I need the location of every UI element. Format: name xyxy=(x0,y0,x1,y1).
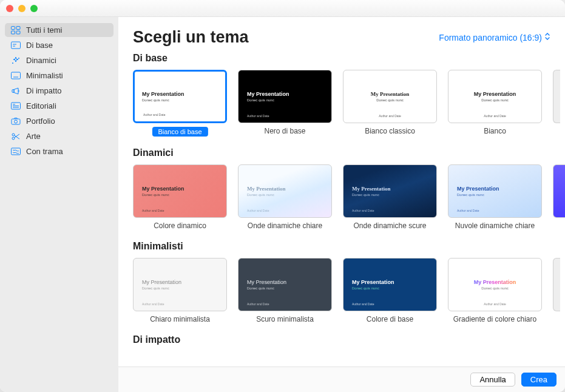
theme-card[interactable]: My Presentation Donec quis nunc Author a… xyxy=(448,70,542,137)
sidebar-item-textured[interactable]: Con trama xyxy=(5,144,113,158)
sidebar-item-bold[interactable]: Di impatto xyxy=(5,84,113,98)
theme-thumb: My Presentation Donec quis nunc Author a… xyxy=(448,258,542,311)
sidebar-item-label: Portfolio xyxy=(26,117,55,126)
minimize-icon[interactable] xyxy=(18,5,25,12)
texture-icon xyxy=(11,147,21,156)
theme-thumb: My Presentation Donec quis nunc Author a… xyxy=(343,70,437,123)
sidebar-item-all-themes[interactable]: Tutti i temi xyxy=(5,23,113,37)
theme-label: Nuvole dinamiche chiare xyxy=(448,221,542,230)
svg-rect-4 xyxy=(12,42,21,49)
theme-card[interactable]: My Presentation Donec quis nunc Author a… xyxy=(238,164,332,230)
theme-row: My Presentation Donec quis nunc Author a… xyxy=(133,258,565,323)
theme-label: Scuro minimalista xyxy=(238,315,332,323)
sidebar-item-label: Con trama xyxy=(26,147,63,156)
svg-rect-3 xyxy=(16,31,20,34)
sidebar-item-dynamic[interactable]: Dinamici xyxy=(5,53,113,67)
theme-thumb: My Presentation Donec quis nunc Author a… xyxy=(238,164,332,218)
sidebar-item-label: Dinamici xyxy=(26,56,56,65)
theme-thumb: My Presentation Donec quis nunc Author a… xyxy=(133,164,227,218)
svg-point-8 xyxy=(12,63,13,64)
main-area: Scegli un tema Formato panoramico (16:9)… xyxy=(118,17,565,392)
footer: Annulla Crea xyxy=(118,367,565,392)
svg-rect-2 xyxy=(12,31,15,34)
theme-card[interactable]: My Presentation Donec quis nunc Author a… xyxy=(448,258,542,323)
page-title: Scegli un tema xyxy=(133,28,249,47)
sidebar-item-art[interactable]: Arte xyxy=(5,129,113,143)
theme-thumb: My Presentation Donec quis nunc Author a… xyxy=(133,70,227,123)
theme-thumb: My Presentation Donec quis nunc Author a… xyxy=(448,164,542,218)
theme-card[interactable]: My Presentation Donec quis nunc Author a… xyxy=(343,258,437,323)
theme-label: Onde dinamiche scure xyxy=(343,221,437,230)
theme-label: Bianco di base xyxy=(152,127,208,137)
theme-card[interactable]: My Presentation Donec quis nunc Author a… xyxy=(133,70,227,137)
sidebar-item-editorial[interactable]: Editoriali xyxy=(5,99,113,113)
theme-label: Colore dinamico xyxy=(133,221,227,230)
theme-card[interactable]: My Presentation Donec quis nunc Author a… xyxy=(343,70,437,137)
theme-thumb: My Presentation Donec quis nunc Author a… xyxy=(343,164,437,218)
theme-chooser-window: Tutti i temi Di base Dinamici Minimalist… xyxy=(0,0,565,392)
sidebar-item-label: Editoriali xyxy=(26,101,56,110)
sidebar-item-basic[interactable]: Di base xyxy=(5,38,113,52)
slide-icon xyxy=(11,41,21,50)
theme-thumb: My Presentation Donec quis nunc Author a… xyxy=(238,258,332,311)
theme-label: Gradiente di colore chiaro xyxy=(448,315,542,323)
scissors-icon xyxy=(11,132,21,141)
minimal-icon xyxy=(11,72,21,80)
theme-peek[interactable] xyxy=(553,258,560,311)
main-header: Scegli un tema Formato panoramico (16:9) xyxy=(118,17,565,53)
theme-card[interactable]: My Presentation Donec quis nunc Author a… xyxy=(133,164,227,230)
theme-label: Bianco classico xyxy=(343,127,437,135)
window-controls xyxy=(6,5,38,12)
section-title: Di impatto xyxy=(133,334,565,345)
svg-rect-0 xyxy=(12,26,15,29)
svg-rect-1 xyxy=(16,26,20,29)
theme-card[interactable]: My Presentation Donec quis nunc Author a… xyxy=(238,258,332,323)
theme-thumb: My Presentation Donec quis nunc Author a… xyxy=(343,258,437,311)
section-title: Minimalisti xyxy=(133,241,565,252)
theme-row: My Presentation Donec quis nunc Author a… xyxy=(133,70,565,137)
section-bold: Di impatto xyxy=(133,334,565,345)
svg-point-16 xyxy=(15,120,18,123)
theme-card[interactable]: My Presentation Donec quis nunc Author a… xyxy=(448,164,542,230)
theme-card[interactable]: My Presentation Donec quis nunc Author a… xyxy=(238,70,332,137)
theme-thumb: My Presentation Donec quis nunc Author a… xyxy=(448,70,542,123)
theme-peek[interactable] xyxy=(553,164,560,230)
sidebar: Tutti i temi Di base Dinamici Minimalist… xyxy=(0,17,118,392)
document-icon xyxy=(11,102,21,110)
svg-point-7 xyxy=(18,58,19,59)
svg-rect-9 xyxy=(12,72,21,79)
cancel-button[interactable]: Annulla xyxy=(470,373,515,387)
section-minimal: Minimalisti My Presentation Donec quis n… xyxy=(133,241,565,323)
sidebar-item-portfolio[interactable]: Portfolio xyxy=(5,114,113,128)
theme-peek[interactable] xyxy=(553,70,560,123)
sidebar-item-label: Di impatto xyxy=(26,86,62,95)
section-title: Di base xyxy=(133,53,565,64)
format-selector[interactable]: Formato panoramico (16:9) xyxy=(439,32,550,42)
close-icon[interactable] xyxy=(6,5,13,12)
chevron-updown-icon xyxy=(544,32,550,42)
camera-icon xyxy=(11,117,21,126)
theme-thumb: My Presentation Donec quis nunc Author a… xyxy=(238,70,332,123)
theme-card[interactable]: My Presentation Donec quis nunc Author a… xyxy=(133,258,227,323)
sparkle-icon xyxy=(11,56,21,65)
theme-content: Di base My Presentation Donec quis nunc … xyxy=(118,53,565,367)
sidebar-item-label: Minimalisti xyxy=(26,71,63,80)
theme-card[interactable]: My Presentation Donec quis nunc Author a… xyxy=(343,164,437,230)
sidebar-item-minimal[interactable]: Minimalisti xyxy=(5,69,113,83)
format-label: Formato panoramico (16:9) xyxy=(439,33,542,42)
theme-row: My Presentation Donec quis nunc Author a… xyxy=(133,164,565,230)
sidebar-item-label: Arte xyxy=(26,132,41,141)
zoom-icon[interactable] xyxy=(30,5,38,12)
section-basic: Di base My Presentation Donec quis nunc … xyxy=(133,53,565,137)
svg-rect-21 xyxy=(12,148,21,155)
sidebar-item-label: Tutti i temi xyxy=(26,25,62,35)
sidebar-item-label: Di base xyxy=(26,41,53,50)
svg-rect-15 xyxy=(12,119,20,124)
megaphone-icon xyxy=(11,87,21,95)
section-title: Dinamici xyxy=(133,147,565,158)
grid-icon xyxy=(11,26,21,35)
create-button[interactable]: Crea xyxy=(521,373,557,387)
theme-label: Chiaro minimalista xyxy=(133,315,227,323)
section-dynamic: Dinamici My Presentation Donec quis nunc… xyxy=(133,147,565,230)
theme-label: Onde dinamiche chiare xyxy=(238,221,332,230)
